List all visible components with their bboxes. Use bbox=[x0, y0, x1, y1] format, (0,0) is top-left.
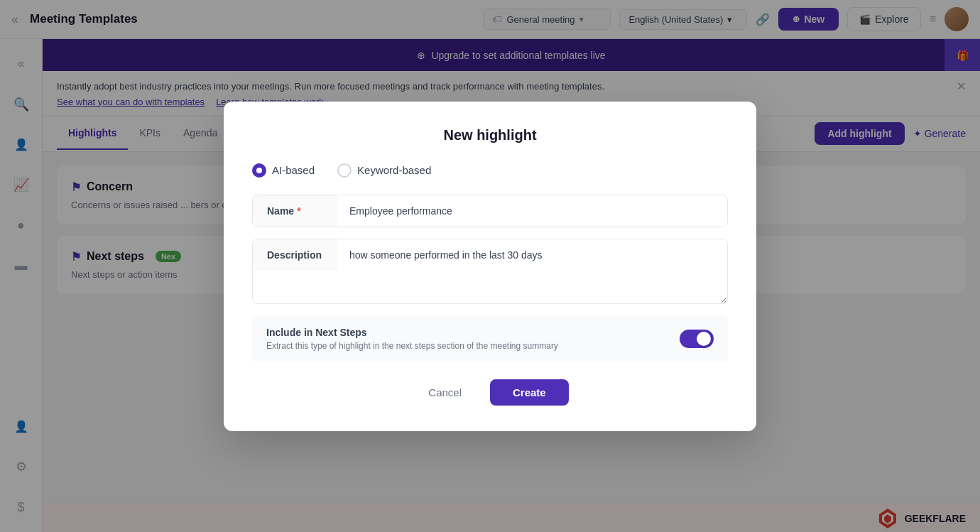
name-required: * bbox=[297, 205, 300, 217]
radio-keyword-indicator bbox=[337, 163, 352, 178]
cancel-button[interactable]: Cancel bbox=[411, 379, 479, 406]
include-desc: Extract this type of highlight in the ne… bbox=[266, 341, 558, 351]
radio-keyword-based[interactable]: Keyword-based bbox=[337, 163, 431, 178]
radio-ai-indicator bbox=[252, 163, 266, 178]
include-text: Include in Next Steps Extract this type … bbox=[266, 327, 558, 351]
description-input[interactable]: how someone performed in the last 30 day… bbox=[338, 239, 727, 303]
description-label: Description bbox=[253, 239, 338, 271]
radio-ai-label: AI-based bbox=[272, 164, 315, 176]
create-button[interactable]: Create bbox=[490, 379, 569, 406]
include-section: Include in Next Steps Extract this type … bbox=[252, 315, 728, 362]
radio-group: AI-based Keyword-based bbox=[252, 163, 728, 178]
include-toggle[interactable] bbox=[680, 330, 714, 348]
radio-ai-based[interactable]: AI-based bbox=[252, 163, 315, 178]
modal-overlay[interactable]: New highlight AI-based Keyword-based Nam… bbox=[0, 0, 980, 532]
modal-title: New highlight bbox=[252, 127, 728, 143]
modal-actions: Cancel Create bbox=[252, 379, 728, 406]
radio-keyword-label: Keyword-based bbox=[357, 164, 431, 176]
name-label: Name * bbox=[253, 195, 338, 227]
toggle-knob bbox=[697, 332, 711, 346]
description-field-row: Description how someone performed in the… bbox=[252, 239, 728, 304]
name-field-row: Name * bbox=[252, 195, 728, 227]
include-title: Include in Next Steps bbox=[266, 327, 558, 338]
modal: New highlight AI-based Keyword-based Nam… bbox=[224, 102, 756, 431]
name-input[interactable] bbox=[338, 195, 727, 227]
